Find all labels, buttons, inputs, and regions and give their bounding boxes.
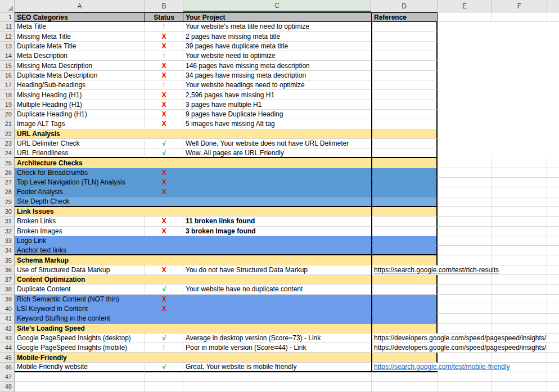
row-number-14[interactable]: 14 (0, 51, 15, 61)
cell-C28[interactable] (183, 187, 371, 197)
row-number-17[interactable]: 17 (0, 80, 15, 90)
cell-A19[interactable]: Multiple Heading (H1) (15, 100, 145, 110)
cell-C41[interactable] (183, 314, 371, 323)
cell-E41[interactable] (438, 314, 492, 323)
cell-B33[interactable] (145, 236, 183, 246)
cell-A26[interactable]: Check for Breadcrumbs (15, 168, 145, 178)
cell-F48[interactable] (492, 382, 547, 391)
cell-F15[interactable] (492, 61, 547, 70)
cell-C40[interactable] (183, 304, 371, 314)
cell-D32[interactable] (371, 227, 438, 236)
cell-G14[interactable] (547, 51, 559, 61)
cell-D27[interactable] (371, 178, 438, 187)
cell-F23[interactable] (492, 139, 547, 148)
cell-A37[interactable]: Content Optimization (15, 275, 145, 285)
cell-A22[interactable]: URL Analysis (15, 129, 145, 139)
cell-A12[interactable]: Missing Meta Title (15, 32, 145, 42)
cell-E30[interactable] (438, 207, 492, 217)
cell-C12[interactable]: 2 pages have missing meta title (183, 32, 371, 42)
cell-A32[interactable]: Broken Images (15, 227, 145, 236)
cell-G37[interactable] (547, 275, 559, 285)
cell-C36[interactable]: You do not have Structured Data Markup (183, 265, 371, 275)
cell-D47[interactable] (371, 372, 438, 382)
cell-G15[interactable] (547, 61, 559, 70)
cell-C13[interactable]: 39 pages have duplicate meta title (183, 42, 371, 51)
cell-E33[interactable] (438, 236, 492, 246)
cell-B16[interactable]: X (145, 71, 183, 80)
cell-F12[interactable] (492, 32, 547, 42)
cell-E19[interactable] (438, 100, 492, 110)
cell-B45[interactable] (145, 353, 183, 362)
cell-B38[interactable]: √ (145, 285, 183, 294)
cell-C46[interactable]: Great, Your website is mobile friendly (183, 363, 371, 372)
cell-E17[interactable] (438, 80, 492, 90)
cell-D40[interactable] (371, 304, 438, 314)
row-number-30[interactable]: 30 (0, 207, 15, 217)
cell-B12[interactable]: X (145, 32, 183, 42)
cell-C1[interactable]: Your Project (183, 12, 371, 22)
row-number-44[interactable]: 44 (0, 343, 15, 353)
cell-E31[interactable] (438, 217, 492, 226)
cell-E40[interactable] (438, 304, 492, 314)
row-number-32[interactable]: 32 (0, 227, 15, 236)
cell-E23[interactable] (438, 139, 492, 148)
row-number-13[interactable]: 13 (0, 42, 15, 51)
cell-F30[interactable] (492, 207, 547, 217)
cell-C14[interactable]: Your website need to optimize (183, 51, 371, 61)
cell-D35[interactable] (371, 255, 438, 265)
row-number-33[interactable]: 33 (0, 236, 15, 246)
cell-C30[interactable] (183, 207, 371, 217)
row-number-21[interactable]: 21 (0, 119, 15, 129)
row-number-1[interactable]: 1 (0, 12, 15, 22)
cell-A36[interactable]: Use of Structured Data Markup (15, 265, 145, 275)
cell-F34[interactable] (492, 246, 547, 255)
cell-C29[interactable] (183, 197, 371, 207)
cell-B1[interactable]: Status (145, 12, 183, 22)
cell-G36[interactable] (547, 265, 559, 275)
cell-E42[interactable] (438, 324, 492, 334)
cell-D45[interactable] (371, 353, 438, 362)
cell-E21[interactable] (438, 119, 492, 129)
cell-F22[interactable] (492, 129, 547, 139)
cell-D15[interactable] (371, 61, 438, 70)
cell-A20[interactable]: Duplicate Heading (H1) (15, 110, 145, 119)
cell-E37[interactable] (438, 275, 492, 285)
cell-C17[interactable]: Your website headings need to optimize (183, 80, 371, 90)
cell-C48[interactable] (183, 382, 371, 391)
cell-E27[interactable] (438, 178, 492, 187)
cell-D38[interactable] (371, 285, 438, 294)
cell-A27[interactable]: Top Level Navigation (TLN) Analysis (15, 178, 145, 187)
cell-B39[interactable]: X (145, 295, 183, 304)
cell-C24[interactable]: Wow, All pages are URL Friendly (183, 148, 371, 158)
cell-D41[interactable] (371, 314, 438, 323)
cell-G25[interactable] (547, 158, 559, 168)
cell-B48[interactable] (145, 382, 183, 391)
cell-B41[interactable] (145, 314, 183, 323)
cell-B22[interactable] (145, 129, 183, 139)
cell-C25[interactable] (183, 158, 371, 168)
cell-C11[interactable]: Your website's meta title need to optimi… (183, 22, 371, 31)
cell-D17[interactable] (371, 80, 438, 90)
cell-A21[interactable]: Image ALT Tags (15, 119, 145, 129)
cell-D11[interactable] (371, 22, 438, 31)
cell-E1[interactable] (438, 12, 492, 22)
cell-F37[interactable] (492, 275, 547, 285)
row-number-40[interactable]: 40 (0, 304, 15, 314)
row-number-48[interactable]: 48 (0, 382, 15, 391)
cell-A29[interactable]: Site Depth Check (15, 197, 145, 207)
cell-G27[interactable] (547, 178, 559, 187)
cell-D24[interactable] (371, 148, 438, 158)
cell-D37[interactable] (371, 275, 438, 285)
row-number-15[interactable]: 15 (0, 61, 15, 70)
cell-D20[interactable] (371, 110, 438, 119)
row-number-38[interactable]: 38 (0, 285, 15, 294)
cell-A35[interactable]: Schema Markup (15, 255, 145, 265)
cell-F36[interactable] (492, 265, 547, 275)
column-header-E[interactable]: E (438, 0, 492, 12)
cell-A44[interactable]: Google PageSpeed Insights (mobile) (15, 343, 145, 353)
cell-G16[interactable] (547, 71, 559, 80)
cell-B44[interactable]: ! (145, 343, 183, 353)
cell-B29[interactable] (145, 197, 183, 207)
cell-F13[interactable] (492, 42, 547, 51)
cell-F32[interactable] (492, 227, 547, 236)
